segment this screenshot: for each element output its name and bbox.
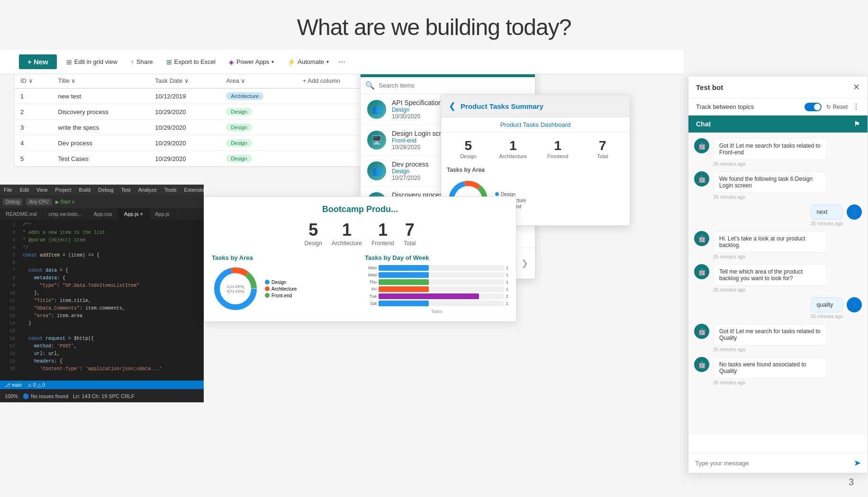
tb-reset-button[interactable]: ↻ Reset (826, 104, 848, 110)
cell-area: Design (220, 120, 297, 135)
bar-chart-row: Mon 1 (365, 265, 508, 271)
tb-track-row: Track between topics ↻ Reset ⋮ (688, 98, 868, 115)
table-row[interactable]: 2 Discovery process 10/29/2020 Design (15, 104, 374, 120)
bootcamp-charts: Tasks by Area 1(14.29%) 5(71.43%) Design… (212, 254, 508, 314)
bootcamp-legend-item: Front-end (265, 293, 297, 298)
vscode-tabs: README.md cmp.vw.todo... App.css App.js … (0, 208, 204, 220)
bar-track (379, 279, 504, 285)
col-taskdate: Task Date ∨ (149, 73, 220, 89)
bar-chart-row: Wed 1 (365, 272, 508, 278)
bar-day-label: Thu (365, 280, 377, 284)
tab-readme[interactable]: README.md (0, 208, 43, 220)
vscode-menu-analyze[interactable]: Analyze (138, 187, 157, 193)
vscode-menu-file[interactable]: File (4, 187, 12, 193)
vscode-menu-build[interactable]: Build (79, 187, 90, 193)
pts-subtitle[interactable]: Product Tasks Dashboard (441, 117, 630, 133)
vscode-no-issues: 🔵 No issues found (23, 393, 68, 399)
cell-title: write the specs (53, 120, 150, 135)
pts-stat-item: 7 Total (581, 138, 624, 159)
vscode-menu-edit[interactable]: Edit (20, 187, 29, 193)
bot-message: 🤖 We found the following task 6:Design L… (694, 171, 862, 200)
bar-track (379, 272, 504, 278)
vscode-menu-view[interactable]: View (36, 187, 48, 193)
bot-avatar: 🤖 (694, 171, 709, 186)
bar-day-label: Tue (365, 294, 377, 299)
svg-text:5(71.43%): 5(71.43%) (227, 289, 244, 293)
vscode-debug-config[interactable]: Debug (3, 198, 22, 205)
bar-fill (379, 265, 429, 271)
pt-item-avatar: 🖥️ (367, 131, 386, 150)
tasks-table: ID ∨ Title ∨ Task Date ∨ Area ∨ + Add co… (15, 73, 374, 167)
table-row[interactable]: 5 Test Cases 10/29/2020 Design (15, 151, 374, 167)
vscode-menu-project[interactable]: Project (55, 187, 71, 193)
tasks-by-day-title: Tasks by Day of Week (365, 254, 508, 261)
track-toggle[interactable] (805, 103, 822, 111)
bar-track (379, 293, 504, 299)
bot-avatar: 🤖 (694, 138, 709, 153)
page-number: 3 (849, 477, 854, 488)
message-time: 26 minutes ago (811, 314, 843, 319)
vscode-menu-extensions[interactable]: Extensions (184, 187, 204, 193)
toggle-knob (814, 104, 821, 110)
automate-button[interactable]: ⚡ Automate ▾ (283, 56, 333, 68)
pts-stat-item: 1 Architecture (492, 138, 535, 159)
pts-stat-num: 5 (447, 138, 490, 153)
bar-chart-row: Fri 1 (365, 286, 508, 292)
pt-item-avatar: 👥 (367, 161, 386, 180)
vscode-menu-test[interactable]: Test (121, 187, 131, 193)
bar-track (379, 301, 504, 306)
cell-id: 2 (15, 104, 53, 120)
bootcamp-stat-item: 1 Frontend (371, 220, 394, 247)
tab-appjs[interactable]: App.js × (118, 208, 149, 220)
bstat-num: 1 (332, 220, 362, 240)
pts-stat-item: 5 Design (447, 138, 490, 159)
tab-cmp[interactable]: cmp.vw.todo... (43, 208, 88, 220)
vscode-editor: 12345 678910 1112131415 1617181920 /** *… (0, 220, 204, 381)
cell-id: 1 (15, 89, 53, 104)
bar-fill (379, 293, 479, 299)
new-button[interactable]: + New (19, 54, 57, 69)
table-row[interactable]: 1 new test 10/12/2019 Architecture (15, 89, 374, 104)
bar-day-label: Fri (365, 287, 377, 292)
edit-grid-button[interactable]: ⊞ Edit in grid view (63, 56, 121, 68)
vscode-start-btn[interactable]: ▶ Start ∨ (55, 199, 75, 204)
bot-message: 🤖 Tell me which area of the product back… (694, 264, 862, 293)
vscode-menu-debug[interactable]: Debug (98, 187, 113, 193)
power-apps-button[interactable]: ◈ Power Apps ▾ (225, 56, 278, 68)
export-excel-button[interactable]: ⊞ Export to Excel (163, 56, 219, 68)
bar-chart-row: Sat 1 (365, 301, 508, 306)
share-button[interactable]: ↑ Share (127, 56, 157, 68)
chevron-down-icon: ▾ (271, 59, 274, 64)
pts-chart-title: Tasks by Area (441, 165, 630, 175)
bar-day-label: Mon (365, 266, 377, 270)
tb-send-button[interactable]: ➤ (854, 458, 861, 468)
message-time: 26 minutes ago (811, 221, 843, 226)
bar-track (379, 265, 504, 271)
vscode-code-content[interactable]: /** * Adds a new item to the list * @par… (19, 220, 204, 381)
cell-date: 10/12/2019 (149, 89, 220, 104)
tb-messages[interactable]: 🤖 Got it! Let me search for tasks relate… (688, 133, 868, 435)
tb-more-button[interactable]: ⋮ (852, 102, 860, 111)
pts-stat-label: Design (447, 153, 490, 159)
tab-appjs2[interactable]: App.js (149, 208, 176, 220)
table-row[interactable]: 4 Dev process 10/29/2020 Design (15, 135, 374, 151)
tb-close-button[interactable]: ✕ (853, 82, 860, 92)
bot-message: 🤖 Hi. Let's take a look at our product b… (694, 231, 862, 259)
tb-message-input[interactable] (695, 460, 850, 467)
table-row[interactable]: 3 write the specs 10/29/2020 Design (15, 120, 374, 135)
chat-icon: ⚑ (854, 120, 860, 128)
more-options-button[interactable]: ··· (338, 57, 345, 67)
tb-chat-header: Chat ⚑ (688, 115, 868, 133)
bot-avatar: 🤖 (694, 324, 709, 339)
pts-stat-label: Frontend (536, 153, 579, 159)
tb-track-controls: ↻ Reset ⋮ (805, 102, 860, 111)
bstat-label: Architecture (332, 240, 362, 247)
pts-back-button[interactable]: ❮ (449, 101, 456, 111)
tab-appcss[interactable]: App.css (88, 208, 118, 220)
vscode-menu-tools[interactable]: Tools (164, 187, 177, 193)
vscode-panel: File Edit View Project Build Debug Test … (0, 185, 204, 402)
search-input[interactable] (379, 82, 530, 89)
bot-avatar: 🤖 (694, 264, 709, 279)
vscode-cpu-config[interactable]: Any CPU (26, 198, 51, 205)
bar-value: 1 (506, 266, 508, 270)
